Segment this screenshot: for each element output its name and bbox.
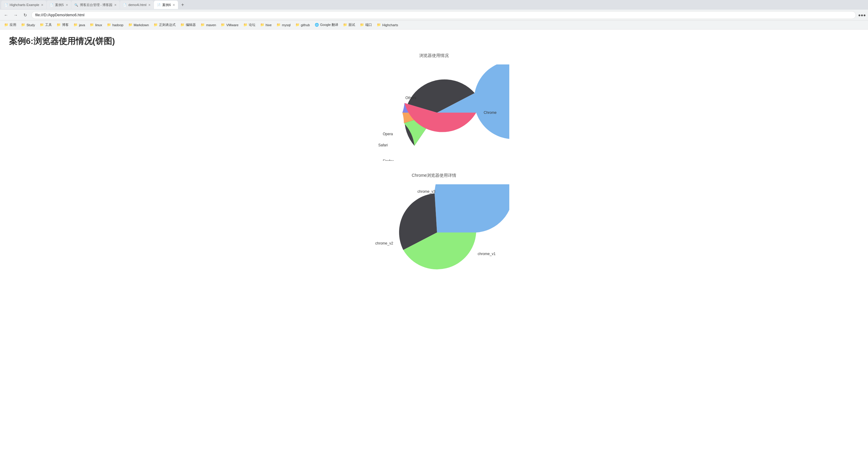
- charts-wrapper: 浏览器使用情况: [9, 53, 859, 281]
- chart1-pie-wrapper: Chrome IE Firefox Safari Opera Others: [359, 64, 509, 161]
- chart1-title: 浏览器使用情况: [359, 53, 509, 58]
- folder-icon-18: [360, 23, 364, 27]
- tab-close-4[interactable]: ✕: [148, 3, 151, 7]
- bookmark-16[interactable]: 🌐 Google 翻译: [313, 22, 340, 28]
- tab-close-5[interactable]: ✕: [173, 3, 175, 7]
- bookmark-17[interactable]: 面试: [341, 22, 357, 28]
- folder-icon-3: [57, 23, 61, 27]
- tab-case6[interactable]: 📄 案例6 ✕: [154, 1, 178, 9]
- back-button[interactable]: ←: [2, 11, 10, 19]
- slice-chrome-v1: [435, 184, 509, 232]
- browser-frame: 📄 Highcharts Example ✕ 📄 案例5 ✕ 🔍 博客后台管理 …: [0, 0, 868, 30]
- folder-icon-15: [296, 23, 300, 27]
- folder-icon-14: [277, 23, 281, 27]
- bookmark-13[interactable]: hive: [258, 22, 274, 27]
- label-chrome-v3: chrome_v3: [417, 189, 435, 194]
- bookmark-9[interactable]: 编辑器: [179, 22, 197, 28]
- label-opera: Opera: [383, 132, 393, 136]
- bookmark-8[interactable]: 正则表达式: [152, 22, 177, 28]
- new-tab-button[interactable]: +: [178, 1, 187, 9]
- folder-icon-17: [343, 23, 347, 27]
- bookmark-3[interactable]: 博客: [55, 22, 70, 28]
- bookmark-18[interactable]: 端口: [358, 22, 374, 28]
- bookmark-1[interactable]: Study: [19, 22, 37, 27]
- label-chrome-v1: chrome_v1: [478, 252, 496, 256]
- folder-icon-13: [260, 23, 265, 27]
- tab-icon-3: 🔍: [74, 3, 78, 7]
- bookmark-14[interactable]: mysql: [275, 22, 292, 27]
- folder-icon-19: [377, 23, 381, 27]
- bookmark-5[interactable]: linux: [88, 22, 104, 27]
- url-bar[interactable]: file:///D:/AppDemo/demo6.html: [31, 11, 856, 19]
- chart2-title: Chrome浏览器使用详情: [359, 173, 509, 178]
- chart1-container: 浏览器使用情况: [359, 53, 509, 161]
- folder-icon-1: [21, 23, 25, 27]
- tab-case5[interactable]: 📄 案例5 ✕: [47, 1, 71, 9]
- page-title: 案例6:浏览器使用情况(饼图): [9, 35, 859, 47]
- address-bar: ← → ↻ file:///D:/AppDemo/demo6.html ●●●: [0, 10, 868, 21]
- bookmark-10[interactable]: maven: [199, 22, 218, 27]
- chart1-svg: Chrome IE Firefox Safari Opera Others: [359, 64, 509, 161]
- tab-icon-4: 📄: [123, 3, 126, 7]
- chart2-svg: chrome_v1 chrome_v2 chrome_v3: [359, 184, 509, 281]
- folder-icon-10: [200, 23, 205, 27]
- folder-icon-6: [107, 23, 111, 27]
- bookmark-7[interactable]: Markdown: [126, 22, 151, 27]
- tab-highcharts-example[interactable]: 📄 Highcharts Example ✕: [1, 1, 46, 9]
- folder-icon-4: [73, 23, 78, 27]
- bookmark-0[interactable]: 应用: [2, 22, 18, 28]
- label-chrome-v2: chrome_v2: [375, 241, 393, 245]
- folder-icon-12: [243, 23, 248, 27]
- bookmark-2[interactable]: 工具: [38, 22, 54, 28]
- label-firefox: Firefox: [383, 159, 394, 161]
- folder-icon-8: [154, 23, 158, 27]
- bookmark-15[interactable]: github: [293, 22, 312, 27]
- bookmark-11[interactable]: VMware: [219, 22, 240, 27]
- tab-close-3[interactable]: ✕: [114, 3, 117, 7]
- folder-icon-7: [128, 23, 132, 27]
- page-content: 案例6:浏览器使用情况(饼图) 浏览器使用情况: [0, 30, 868, 287]
- refresh-button[interactable]: ↻: [22, 11, 29, 19]
- label-chrome: Chrome: [484, 111, 497, 115]
- label-others: Others: [405, 96, 416, 100]
- folder-icon-9: [180, 23, 185, 27]
- bookmarks-bar: 应用 Study 工具 博客 java linux hadoop Markdo: [0, 21, 868, 30]
- tab-close-2[interactable]: ✕: [66, 3, 68, 7]
- label-safari: Safari: [378, 143, 388, 147]
- link-icon-16: 🌐: [315, 23, 319, 27]
- tab-close-1[interactable]: ✕: [41, 3, 43, 7]
- extensions-button[interactable]: ●●●: [858, 11, 866, 19]
- bookmark-4[interactable]: java: [72, 22, 87, 27]
- tab-demo4i[interactable]: 📄 demo4i.html ✕: [120, 1, 154, 9]
- tab-icon-1: 📄: [4, 3, 8, 7]
- forward-button[interactable]: →: [12, 11, 19, 19]
- chart2-pie-wrapper: chrome_v1 chrome_v2 chrome_v3: [359, 184, 509, 281]
- tab-bar: 📄 Highcharts Example ✕ 📄 案例5 ✕ 🔍 博客后台管理 …: [0, 0, 868, 10]
- chart2-container: Chrome浏览器使用详情 chrome_v1: [359, 173, 509, 281]
- folder-icon-2: [40, 23, 44, 27]
- bookmark-6[interactable]: hadoop: [105, 22, 125, 27]
- bookmark-12[interactable]: 论坛: [242, 22, 257, 28]
- folder-icon-0: [4, 23, 8, 27]
- folder-icon-11: [221, 23, 225, 27]
- tab-icon-2: 📄: [50, 3, 53, 7]
- tab-blog[interactable]: 🔍 博客后台管理 - 博客园 ✕: [71, 1, 120, 9]
- folder-icon-5: [90, 23, 94, 27]
- tab-icon-5: 📄: [157, 3, 160, 7]
- bookmark-19[interactable]: Highcharts: [375, 22, 400, 27]
